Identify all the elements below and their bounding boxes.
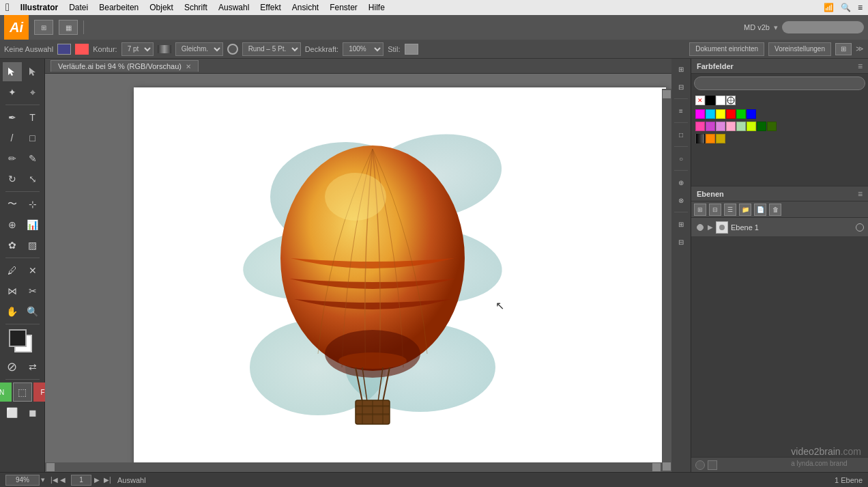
scroll-up-btn[interactable] xyxy=(663,90,671,98)
menu-bearbeiten[interactable]: Bearbeiten xyxy=(99,3,139,12)
swatch-red[interactable] xyxy=(726,109,736,119)
panel-btn-9[interactable]: ⊟ xyxy=(674,234,689,249)
chart-tool[interactable]: 📊 xyxy=(23,215,42,234)
canvas-scroll-area[interactable]: ↖ xyxy=(45,74,671,472)
swatch-lavender[interactable] xyxy=(726,122,736,131)
menu-fenster[interactable]: Fenster xyxy=(330,3,358,12)
kontur-select[interactable]: 7 pt xyxy=(121,42,154,56)
apple-menu[interactable]:  xyxy=(5,1,10,14)
dropdown-arrow[interactable]: ▾ xyxy=(774,23,778,32)
menu-extra[interactable]: ≡ xyxy=(858,3,863,12)
menu-objekt[interactable]: Objekt xyxy=(149,3,173,12)
panel-btn-4[interactable]: □ xyxy=(674,127,689,142)
swap-colors[interactable]: ⇄ xyxy=(23,357,42,376)
free-transform-tool[interactable]: ⊹ xyxy=(23,195,42,214)
stroke-color-box[interactable] xyxy=(75,44,89,55)
menu-hilfe[interactable]: Hilfe xyxy=(368,3,385,12)
menu-datei[interactable]: Datei xyxy=(69,3,88,12)
normal-mode[interactable]: N xyxy=(0,382,12,402)
zoom-dropdown[interactable]: ▾ xyxy=(41,475,45,484)
dokument-einrichten-btn[interactable]: Dokument einrichten xyxy=(689,42,764,56)
measure-tool[interactable]: ✕ xyxy=(23,261,42,280)
pen-tool[interactable]: ✒ xyxy=(3,108,22,127)
swatches-search-bar[interactable] xyxy=(694,76,865,90)
swatch-white[interactable] xyxy=(716,96,725,105)
toolbar-transform-btn[interactable]: ⊞ xyxy=(34,20,53,35)
panel-btn-2[interactable]: ⊟ xyxy=(674,79,689,94)
page-number[interactable]: 1 xyxy=(71,475,91,486)
swatch-none[interactable]: ✕ xyxy=(695,96,705,105)
panel-btn-1[interactable]: ⊞ xyxy=(674,61,689,76)
toolbar-view-btn[interactable]: ▦ xyxy=(59,20,78,35)
lasso-tool[interactable]: ⌖ xyxy=(23,83,42,102)
swatch-olive[interactable] xyxy=(767,122,777,131)
swatch-magenta[interactable] xyxy=(695,109,705,119)
first-page-btn[interactable]: |◀ xyxy=(50,476,59,484)
swatch-black[interactable] xyxy=(706,96,715,105)
scale-tool[interactable]: ⤡ xyxy=(23,169,42,189)
options-arrow[interactable]: ≫ xyxy=(856,44,864,53)
menu-schrift[interactable]: Schrift xyxy=(184,3,207,12)
screen-mode-btn[interactable]: ⬜ xyxy=(3,403,22,422)
layer-target-btn[interactable] xyxy=(856,223,864,232)
panel-btn-8[interactable]: ⊞ xyxy=(674,217,689,232)
scroll-left-btn[interactable] xyxy=(46,463,55,471)
direct-selection-tool[interactable] xyxy=(23,62,42,81)
panel-btn-5[interactable]: ○ xyxy=(674,151,689,166)
swatch-orange[interactable] xyxy=(706,134,715,143)
swatches-search-input[interactable] xyxy=(700,80,859,87)
new-layer-btn[interactable] xyxy=(695,460,705,470)
voreinstellungen-btn[interactable]: Voreinstellungen xyxy=(768,42,831,56)
rect-tool[interactable]: □ xyxy=(23,128,42,148)
swatch-green[interactable] xyxy=(736,109,746,119)
panel-btn-6[interactable]: ⊕ xyxy=(674,175,689,190)
symbol-tool[interactable]: ✿ xyxy=(3,236,22,255)
foreground-color-box[interactable] xyxy=(9,329,27,347)
layer-visibility-btn[interactable] xyxy=(695,223,705,232)
ebenen-menu-btn[interactable]: ≡ xyxy=(858,189,863,199)
zoom-display[interactable]: 94% xyxy=(5,475,40,486)
menu-auswahl[interactable]: Auswahl xyxy=(218,3,249,12)
hand-tool[interactable]: ✋ xyxy=(3,302,22,321)
layers-delete-btn[interactable]: 🗑 xyxy=(769,204,781,216)
layers-view-btn[interactable]: ☰ xyxy=(724,204,736,216)
zoom-tool[interactable]: 🔍 xyxy=(23,302,42,321)
swatch-pink[interactable] xyxy=(695,122,705,131)
warp-tool[interactable]: 〜 xyxy=(3,195,22,214)
rotate-tool[interactable]: ↻ xyxy=(3,169,22,189)
layers-find-btn[interactable]: ⊞ xyxy=(694,204,706,216)
swatch-reg[interactable] xyxy=(726,96,736,105)
swatch-lime[interactable] xyxy=(747,122,756,131)
magic-wand-tool[interactable]: ✦ xyxy=(3,83,22,102)
layer-expand-btn[interactable]: ▶ xyxy=(708,223,713,231)
swatch-yellow[interactable] xyxy=(716,109,725,119)
panel-btn-7[interactable]: ⊗ xyxy=(674,193,689,208)
bottom-scrollbar[interactable] xyxy=(45,462,662,472)
menu-ansicht[interactable]: Ansicht xyxy=(292,3,319,12)
selection-tool[interactable] xyxy=(3,62,22,81)
swatch-grad1[interactable] xyxy=(695,134,705,143)
swatch-lt-green[interactable] xyxy=(736,122,746,131)
fill-color-box[interactable] xyxy=(57,44,71,55)
type-tool[interactable]: T xyxy=(23,108,42,127)
eyedropper-tool[interactable]: 🖊 xyxy=(3,261,22,280)
scroll-down-btn[interactable] xyxy=(663,462,671,471)
toolbar-search[interactable] xyxy=(782,21,864,33)
scroll-right-btn[interactable] xyxy=(652,463,661,471)
brush-tool[interactable]: ✏ xyxy=(3,149,22,168)
document-tab[interactable]: Verläufe.ai bei 94 % (RGB/Vorschau) ✕ xyxy=(50,60,199,72)
tab-close-btn[interactable]: ✕ xyxy=(186,63,191,70)
deckkraft-select[interactable]: 100% xyxy=(343,42,384,56)
blend-tool[interactable]: ⋈ xyxy=(3,281,22,301)
slice-tool[interactable]: ✂ xyxy=(23,281,42,301)
swatch-blue[interactable] xyxy=(747,109,756,119)
swatch-gold[interactable] xyxy=(716,134,725,143)
line-tool[interactable]: / xyxy=(3,128,22,148)
stil-box[interactable] xyxy=(405,44,418,55)
fullscreen-mode[interactable]: ⬚ xyxy=(13,382,32,402)
extra-options-btn[interactable]: ⊞ xyxy=(835,43,852,55)
farbfelder-menu-btn[interactable]: ≡ xyxy=(858,61,863,71)
panel-btn-3[interactable]: ≡ xyxy=(674,103,689,118)
swatch-purple2[interactable] xyxy=(716,122,725,131)
layers-new-layer-btn[interactable]: 📄 xyxy=(754,204,766,216)
